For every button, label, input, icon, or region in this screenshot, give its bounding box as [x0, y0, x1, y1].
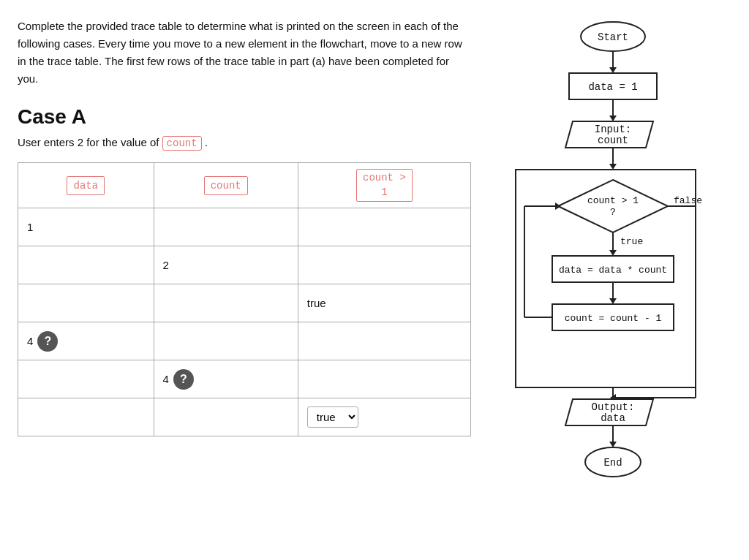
row5-count-help-button[interactable]: ?	[173, 369, 194, 390]
row1-condition	[298, 208, 470, 246]
header-data-label: data	[67, 176, 105, 195]
row5-count: 4 ?	[154, 360, 298, 398]
svg-marker-28	[609, 442, 617, 447]
row3-condition: true	[298, 284, 470, 322]
row2-count: 2	[154, 246, 298, 284]
row6-condition[interactable]: true false	[298, 398, 470, 436]
flowchart-svg: Start data = 1 Input: count count > 1 ? …	[500, 18, 726, 500]
count-decr-label: count = count - 1	[565, 313, 662, 324]
end-label: End	[603, 457, 622, 469]
row4-data-help-button[interactable]: ?	[37, 331, 58, 352]
table-row: true false	[18, 398, 471, 436]
case-subtitle: User enters 2 for the value of count .	[18, 136, 471, 149]
header-count-label: count	[204, 176, 248, 195]
false-label: false	[674, 195, 702, 206]
svg-marker-8	[609, 164, 617, 170]
table-row: 1	[18, 208, 471, 246]
subtitle-pre: User enters 2 for the value of	[18, 136, 159, 148]
condition-dropdown[interactable]: true false	[307, 406, 358, 428]
row1-count	[154, 208, 298, 246]
row1-data: 1	[18, 208, 154, 246]
row3-data	[18, 284, 154, 322]
svg-marker-5	[609, 116, 617, 121]
header-condition-label: count >1	[356, 169, 413, 202]
table-row: 4 ?	[18, 360, 471, 398]
header-count: count	[154, 163, 298, 208]
table-row: 4 ?	[18, 322, 471, 360]
row3-count	[154, 284, 298, 322]
trace-table: data count count >1 1 2	[18, 162, 471, 436]
table-row: true	[18, 284, 471, 322]
input-count-label: count	[598, 135, 628, 146]
diamond-q-label: ?	[610, 207, 616, 218]
diamond-top-label: count > 1	[587, 195, 639, 206]
input-label: Input:	[595, 124, 631, 135]
subtitle-post: .	[205, 136, 208, 148]
start-label: Start	[598, 31, 628, 43]
row2-data	[18, 246, 154, 284]
case-title: Case A	[18, 105, 471, 129]
row5-data	[18, 360, 154, 398]
output-data-label: data	[601, 412, 625, 424]
header-condition: count >1	[298, 163, 470, 208]
data-calc-label: data = data * count	[559, 265, 667, 276]
data-assign-label: data = 1	[588, 81, 637, 93]
header-data: data	[18, 163, 154, 208]
table-row: 2	[18, 246, 471, 284]
svg-marker-2	[609, 67, 617, 73]
row6-count	[154, 398, 298, 436]
row5-condition	[298, 360, 470, 398]
true-label: true	[620, 236, 643, 247]
row4-data: 4 ?	[18, 322, 154, 360]
instructions-text: Complete the provided trace table to det…	[18, 18, 471, 88]
row4-count	[154, 322, 298, 360]
subtitle-var: count	[162, 136, 202, 151]
row4-condition	[298, 322, 470, 360]
row6-data	[18, 398, 154, 436]
row2-condition	[298, 246, 470, 284]
left-panel: Complete the provided trace table to det…	[18, 18, 471, 500]
output-label: Output:	[592, 401, 635, 413]
right-panel: Start data = 1 Input: count count > 1 ? …	[494, 18, 731, 500]
